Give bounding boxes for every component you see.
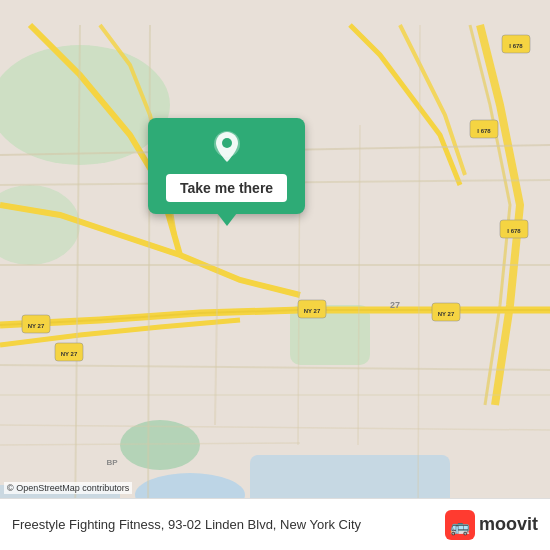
svg-text:27: 27 bbox=[390, 300, 400, 310]
map-background: NY 27 NY 27 NY 27 NY 27 I 678 I 678 I 67… bbox=[0, 0, 550, 550]
svg-text:NY 27: NY 27 bbox=[304, 308, 321, 314]
take-me-there-button[interactable]: Take me there bbox=[166, 174, 287, 202]
location-pin-icon bbox=[209, 130, 245, 166]
moovit-logo: 🚌 moovit bbox=[445, 510, 538, 540]
svg-text:BP: BP bbox=[106, 458, 118, 467]
popup-arrow bbox=[217, 213, 237, 226]
svg-text:🚌: 🚌 bbox=[450, 517, 470, 536]
moovit-brand-text: moovit bbox=[479, 514, 538, 535]
svg-text:NY 27: NY 27 bbox=[28, 323, 45, 329]
svg-point-25 bbox=[222, 138, 232, 148]
map-container: NY 27 NY 27 NY 27 NY 27 I 678 I 678 I 67… bbox=[0, 0, 550, 550]
svg-text:I 678: I 678 bbox=[509, 43, 523, 49]
moovit-icon: 🚌 bbox=[445, 510, 475, 540]
bottom-bar: Freestyle Fighting Fitness, 93-02 Linden… bbox=[0, 498, 550, 550]
map-popup: Take me there bbox=[148, 118, 305, 214]
osm-attribution: © OpenStreetMap contributors bbox=[4, 482, 132, 494]
address-text: Freestyle Fighting Fitness, 93-02 Linden… bbox=[12, 517, 445, 532]
svg-text:NY 27: NY 27 bbox=[438, 311, 455, 317]
svg-text:NY 27: NY 27 bbox=[61, 351, 78, 357]
svg-text:I 678: I 678 bbox=[477, 128, 491, 134]
svg-text:I 678: I 678 bbox=[507, 228, 521, 234]
svg-point-4 bbox=[120, 420, 200, 470]
